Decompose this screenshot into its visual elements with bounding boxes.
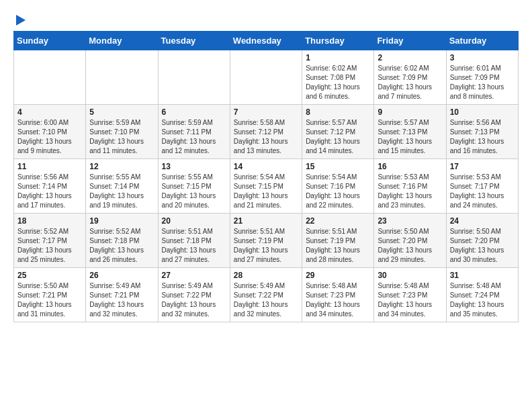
day-number: 27 [162, 271, 226, 280]
day-info: Sunrise: 5:57 AM Sunset: 7:12 PM Dayligh… [306, 118, 370, 156]
page-header [13, 13, 519, 24]
day-number: 13 [162, 162, 226, 171]
day-info: Sunrise: 5:51 AM Sunset: 7:19 PM Dayligh… [234, 227, 298, 265]
day-number: 19 [89, 216, 154, 226]
day-number: 21 [234, 216, 298, 226]
day-number: 14 [234, 162, 298, 171]
day-info: Sunrise: 5:48 AM Sunset: 7:23 PM Dayligh… [378, 281, 442, 319]
calendar-cell [158, 50, 230, 105]
day-number: 25 [17, 271, 82, 280]
calendar-cell: 18Sunrise: 5:52 AM Sunset: 7:17 PM Dayli… [14, 214, 86, 268]
calendar-cell: 23Sunrise: 5:50 AM Sunset: 7:20 PM Dayli… [374, 214, 446, 268]
day-number: 1 [306, 53, 370, 62]
calendar-week-row: 1Sunrise: 6:02 AM Sunset: 7:08 PM Daylig… [14, 50, 519, 105]
day-info: Sunrise: 5:53 AM Sunset: 7:16 PM Dayligh… [378, 173, 442, 210]
calendar-cell: 12Sunrise: 5:55 AM Sunset: 7:14 PM Dayli… [86, 159, 158, 214]
calendar-table: SundayMondayTuesdayWednesdayThursdayFrid… [13, 31, 519, 322]
day-info: Sunrise: 5:50 AM Sunset: 7:20 PM Dayligh… [378, 227, 442, 265]
calendar-cell: 10Sunrise: 5:56 AM Sunset: 7:13 PM Dayli… [446, 105, 518, 159]
day-info: Sunrise: 5:58 AM Sunset: 7:12 PM Dayligh… [234, 118, 298, 156]
day-info: Sunrise: 6:00 AM Sunset: 7:10 PM Dayligh… [17, 118, 82, 156]
calendar-cell: 21Sunrise: 5:51 AM Sunset: 7:19 PM Dayli… [230, 214, 302, 268]
day-info: Sunrise: 5:52 AM Sunset: 7:18 PM Dayligh… [89, 227, 154, 265]
weekday-header-friday: Friday [374, 32, 446, 50]
day-number: 31 [450, 271, 515, 280]
calendar-cell: 5Sunrise: 5:59 AM Sunset: 7:10 PM Daylig… [86, 105, 158, 159]
day-number: 24 [450, 216, 515, 226]
day-number: 16 [378, 162, 442, 171]
day-number: 29 [306, 271, 370, 280]
day-number: 7 [234, 107, 298, 117]
calendar-cell: 11Sunrise: 5:56 AM Sunset: 7:14 PM Dayli… [14, 159, 86, 214]
calendar-week-row: 4Sunrise: 6:00 AM Sunset: 7:10 PM Daylig… [14, 105, 519, 159]
calendar-cell [230, 50, 302, 105]
day-info: Sunrise: 6:02 AM Sunset: 7:09 PM Dayligh… [378, 64, 442, 101]
day-info: Sunrise: 5:49 AM Sunset: 7:21 PM Dayligh… [89, 281, 154, 319]
calendar-cell: 9Sunrise: 5:57 AM Sunset: 7:13 PM Daylig… [374, 105, 446, 159]
weekday-header-monday: Monday [86, 32, 158, 50]
calendar-cell: 24Sunrise: 5:50 AM Sunset: 7:20 PM Dayli… [446, 214, 518, 268]
day-info: Sunrise: 5:54 AM Sunset: 7:15 PM Dayligh… [234, 173, 298, 210]
calendar-cell: 4Sunrise: 6:00 AM Sunset: 7:10 PM Daylig… [14, 105, 86, 159]
calendar-cell: 30Sunrise: 5:48 AM Sunset: 7:23 PM Dayli… [374, 268, 446, 322]
day-info: Sunrise: 5:51 AM Sunset: 7:18 PM Dayligh… [162, 227, 226, 265]
logo-arrow-icon [16, 15, 26, 26]
calendar-cell: 20Sunrise: 5:51 AM Sunset: 7:18 PM Dayli… [158, 214, 230, 268]
weekday-header-wednesday: Wednesday [230, 32, 302, 50]
day-number: 30 [378, 271, 442, 280]
weekday-header-sunday: Sunday [14, 32, 86, 50]
calendar-cell [14, 50, 86, 105]
day-number: 10 [450, 107, 515, 117]
day-info: Sunrise: 5:55 AM Sunset: 7:15 PM Dayligh… [162, 173, 226, 210]
calendar-cell: 15Sunrise: 5:54 AM Sunset: 7:16 PM Dayli… [302, 159, 374, 214]
calendar-cell: 25Sunrise: 5:50 AM Sunset: 7:21 PM Dayli… [14, 268, 86, 322]
day-number: 20 [162, 216, 226, 226]
day-info: Sunrise: 5:54 AM Sunset: 7:16 PM Dayligh… [306, 173, 370, 210]
day-number: 4 [17, 107, 82, 117]
day-number: 26 [89, 271, 154, 280]
day-number: 12 [89, 162, 154, 171]
day-number: 22 [306, 216, 370, 226]
calendar-cell: 7Sunrise: 5:58 AM Sunset: 7:12 PM Daylig… [230, 105, 302, 159]
day-info: Sunrise: 5:55 AM Sunset: 7:14 PM Dayligh… [89, 173, 154, 210]
weekday-header-saturday: Saturday [446, 32, 518, 50]
calendar-cell: 1Sunrise: 6:02 AM Sunset: 7:08 PM Daylig… [302, 50, 374, 105]
calendar-cell: 22Sunrise: 5:51 AM Sunset: 7:19 PM Dayli… [302, 214, 374, 268]
day-number: 6 [162, 107, 226, 117]
day-info: Sunrise: 5:52 AM Sunset: 7:17 PM Dayligh… [17, 227, 82, 265]
day-info: Sunrise: 5:50 AM Sunset: 7:20 PM Dayligh… [450, 227, 515, 265]
day-number: 23 [378, 216, 442, 226]
day-info: Sunrise: 5:57 AM Sunset: 7:13 PM Dayligh… [378, 118, 442, 156]
day-info: Sunrise: 5:56 AM Sunset: 7:13 PM Dayligh… [450, 118, 515, 156]
calendar-cell: 29Sunrise: 5:48 AM Sunset: 7:23 PM Dayli… [302, 268, 374, 322]
calendar-cell: 14Sunrise: 5:54 AM Sunset: 7:15 PM Dayli… [230, 159, 302, 214]
calendar-cell: 26Sunrise: 5:49 AM Sunset: 7:21 PM Dayli… [86, 268, 158, 322]
calendar-header-row: SundayMondayTuesdayWednesdayThursdayFrid… [14, 32, 519, 50]
day-info: Sunrise: 5:51 AM Sunset: 7:19 PM Dayligh… [306, 227, 370, 265]
day-number: 9 [378, 107, 442, 117]
day-number: 8 [306, 107, 370, 117]
day-number: 17 [450, 162, 515, 171]
calendar-cell [86, 50, 158, 105]
calendar-cell: 6Sunrise: 5:59 AM Sunset: 7:11 PM Daylig… [158, 105, 230, 159]
day-info: Sunrise: 5:48 AM Sunset: 7:24 PM Dayligh… [450, 281, 515, 319]
calendar-cell: 31Sunrise: 5:48 AM Sunset: 7:24 PM Dayli… [446, 268, 518, 322]
logo [13, 13, 26, 24]
weekday-header-tuesday: Tuesday [158, 32, 230, 50]
day-info: Sunrise: 5:48 AM Sunset: 7:23 PM Dayligh… [306, 281, 370, 319]
weekday-header-thursday: Thursday [302, 32, 374, 50]
calendar-cell: 3Sunrise: 6:01 AM Sunset: 7:09 PM Daylig… [446, 50, 518, 105]
day-number: 11 [17, 162, 82, 171]
day-info: Sunrise: 5:53 AM Sunset: 7:17 PM Dayligh… [450, 173, 515, 210]
calendar-cell: 2Sunrise: 6:02 AM Sunset: 7:09 PM Daylig… [374, 50, 446, 105]
calendar-week-row: 18Sunrise: 5:52 AM Sunset: 7:17 PM Dayli… [14, 214, 519, 268]
calendar-cell: 8Sunrise: 5:57 AM Sunset: 7:12 PM Daylig… [302, 105, 374, 159]
day-number: 28 [234, 271, 298, 280]
day-info: Sunrise: 5:59 AM Sunset: 7:10 PM Dayligh… [89, 118, 154, 156]
day-info: Sunrise: 6:01 AM Sunset: 7:09 PM Dayligh… [450, 64, 515, 101]
day-info: Sunrise: 5:50 AM Sunset: 7:21 PM Dayligh… [17, 281, 82, 319]
calendar-cell: 13Sunrise: 5:55 AM Sunset: 7:15 PM Dayli… [158, 159, 230, 214]
calendar-cell: 19Sunrise: 5:52 AM Sunset: 7:18 PM Dayli… [86, 214, 158, 268]
day-info: Sunrise: 5:59 AM Sunset: 7:11 PM Dayligh… [162, 118, 226, 156]
day-number: 18 [17, 216, 82, 226]
